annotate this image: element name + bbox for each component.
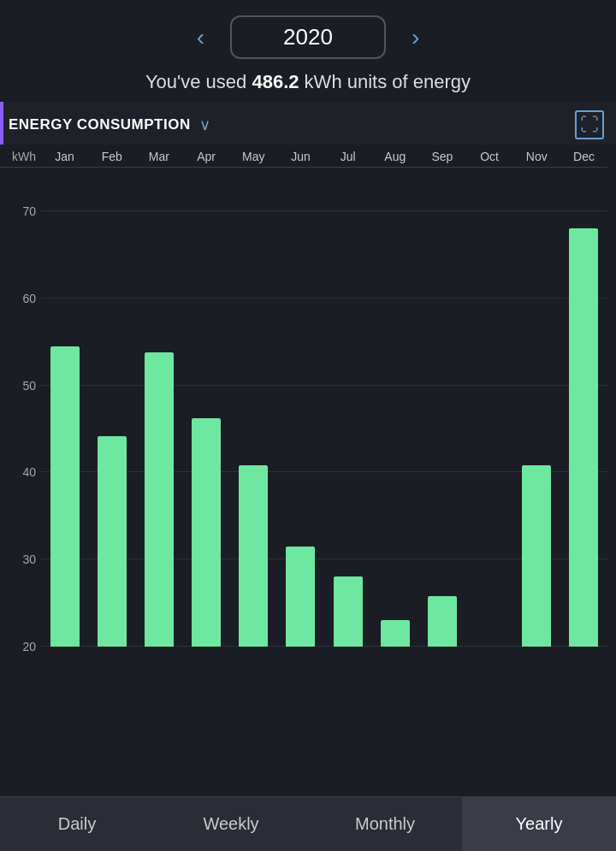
summary-suffix: kWh units of energy	[299, 71, 471, 92]
month-label: Jun	[277, 150, 324, 163]
month-label: Nov	[513, 150, 560, 163]
bar	[569, 228, 598, 647]
tab-weekly[interactable]: Weekly	[154, 796, 308, 851]
month-label: Mar	[135, 150, 182, 163]
bar-col[interactable]	[230, 168, 277, 647]
chart-title: ENERGY CONSUMPTION	[9, 116, 191, 133]
bar	[192, 418, 221, 647]
bar-col[interactable]	[418, 168, 465, 647]
bar-col[interactable]	[135, 168, 182, 647]
year-display: 2020	[230, 15, 386, 59]
prev-year-button[interactable]: ‹	[188, 21, 213, 55]
app-container: ‹ 2020 › You've used 486.2 kWh units of …	[0, 0, 616, 647]
month-label: Feb	[88, 150, 135, 163]
month-label: Apr	[183, 150, 230, 163]
month-label: Oct	[466, 150, 513, 163]
bottom-tabs: DailyWeeklyMonthlyYearly	[0, 796, 616, 851]
y-axis: 706050403020	[0, 168, 41, 647]
chart-title-group: ENERGY CONSUMPTION ∨	[9, 115, 210, 134]
bar	[50, 346, 80, 647]
y-axis-label: kWh	[0, 150, 41, 163]
header: ‹ 2020 › You've used 486.2 kWh units of …	[0, 0, 616, 102]
tab-daily[interactable]: Daily	[0, 796, 154, 851]
y-tick: 40	[22, 465, 36, 479]
bar-col[interactable]	[371, 168, 418, 647]
month-label: Aug	[371, 150, 418, 163]
expand-icon[interactable]: ⛶	[575, 110, 604, 139]
summary-prefix: You've used	[145, 71, 252, 92]
bar-chart: 706050403020	[0, 168, 607, 647]
bar-col[interactable]	[41, 168, 88, 647]
bar	[98, 436, 127, 647]
bar-col[interactable]	[560, 168, 607, 647]
chart-section: ENERGY CONSUMPTION ∨ ⛶ kWh JanFebMarAprM…	[0, 102, 616, 647]
y-tick: 60	[22, 292, 36, 305]
bar	[428, 596, 457, 647]
chart-area: kWh JanFebMarAprMayJunJulAugSepOctNovDec…	[0, 145, 616, 647]
bars-wrapper	[41, 168, 607, 647]
y-tick: 20	[22, 640, 36, 653]
bar-col[interactable]	[277, 168, 324, 647]
bar-col[interactable]	[513, 168, 560, 647]
year-selector: ‹ 2020 ›	[188, 15, 429, 59]
bar	[145, 352, 174, 647]
bar	[334, 576, 363, 647]
month-labels-row: kWh JanFebMarAprMayJunJulAugSepOctNovDec	[0, 145, 607, 168]
tab-yearly[interactable]: Yearly	[462, 796, 616, 851]
summary-value: 486.2	[252, 71, 299, 92]
bar-col[interactable]	[466, 168, 513, 647]
bar-col[interactable]	[324, 168, 371, 647]
month-label: Jul	[324, 150, 371, 163]
chart-header: ENERGY CONSUMPTION ∨ ⛶	[0, 102, 616, 145]
month-label: Jan	[41, 150, 88, 163]
energy-summary: You've used 486.2 kWh units of energy	[145, 71, 471, 93]
month-label: May	[230, 150, 277, 163]
bar	[286, 547, 315, 647]
tab-monthly[interactable]: Monthly	[308, 796, 462, 851]
bar-col[interactable]	[183, 168, 230, 647]
bar	[381, 620, 410, 647]
y-tick: 70	[22, 204, 36, 218]
bar	[239, 465, 268, 647]
y-tick: 50	[22, 379, 36, 393]
next-year-button[interactable]: ›	[403, 21, 428, 55]
month-labels: JanFebMarAprMayJunJulAugSepOctNovDec	[41, 150, 607, 163]
month-label: Dec	[560, 150, 607, 163]
bar	[522, 465, 551, 647]
dropdown-icon[interactable]: ∨	[199, 115, 210, 134]
bar-col[interactable]	[88, 168, 135, 647]
month-label: Sep	[418, 150, 465, 163]
y-tick: 30	[22, 553, 36, 566]
